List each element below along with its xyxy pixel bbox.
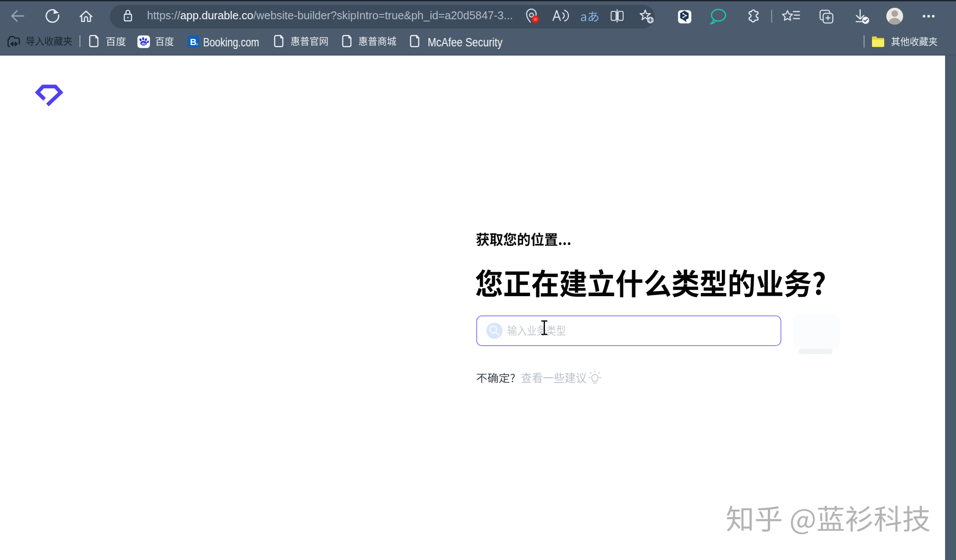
svg-text:B: B [190, 37, 197, 47]
svg-text:du: du [141, 42, 146, 46]
